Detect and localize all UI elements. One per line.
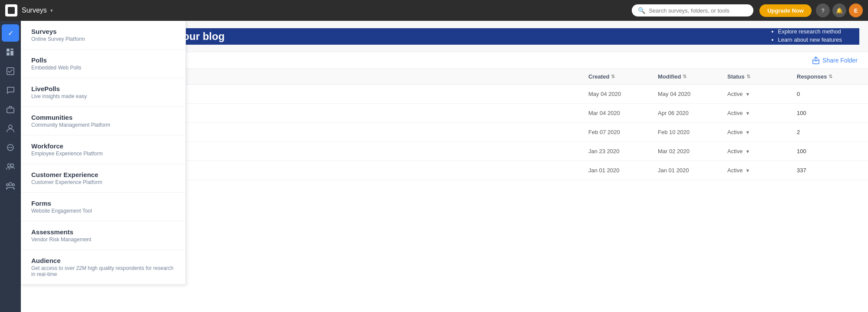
created-2: Feb 07 2020 (588, 129, 658, 135)
logo[interactable] (5, 4, 17, 16)
modified-2: Feb 10 2020 (658, 129, 727, 135)
sidebar-item-person[interactable] (2, 120, 19, 137)
avatar-button[interactable]: E (849, 3, 863, 17)
created-4: Jan 01 2020 (588, 167, 658, 174)
col-modified[interactable]: Modified ⇅ (658, 73, 727, 80)
share-folder-button[interactable]: Share Folder (812, 56, 858, 64)
svg-point-6 (9, 125, 12, 128)
dropdown-forms-subtitle: Website Engagement Tool (31, 208, 175, 214)
status-dropdown-4[interactable]: ▼ (745, 168, 750, 173)
dropdown-assessments-title: Assessments (31, 228, 175, 236)
dropdown-surveys-title: Surveys (31, 28, 175, 35)
sort-modified-icon: ⇅ (683, 74, 686, 79)
dropdown-item-livepolls[interactable]: LivePolls Live insights made easy (21, 78, 185, 107)
dropdown-audience-title: Audience (31, 257, 175, 264)
logo-inner (8, 7, 15, 14)
status-2: Active ▼ (727, 129, 797, 135)
sidebar-item-check[interactable] (2, 62, 19, 80)
responses-1: 100 (797, 110, 858, 116)
header-icons: ? 🔔 E (816, 3, 863, 17)
dropdown-cx-title: Customer Experience (31, 171, 175, 178)
dropdown-item-audience[interactable]: Audience Get access to over 22M high qua… (21, 250, 185, 284)
caret-icon: ▼ (50, 8, 54, 13)
dropdown-polls-title: Polls (31, 56, 175, 64)
app-name-dropdown[interactable]: Surveys ▼ (22, 7, 54, 14)
search-input[interactable] (649, 7, 747, 14)
dropdown-communities-subtitle: Community Management Platform (31, 122, 175, 128)
created-1: Mar 04 2020 (588, 110, 658, 116)
sort-created-icon: ⇅ (611, 74, 615, 79)
dropdown-item-cx[interactable]: Customer Experience Customer Experience … (21, 164, 185, 193)
sort-status-icon: ⇅ (746, 74, 750, 79)
dropdown-item-communities[interactable]: Communities Community Management Platfor… (21, 107, 185, 135)
svg-point-8 (8, 164, 11, 167)
dropdown-assessments-subtitle: Vendor Risk Management (31, 236, 175, 243)
dropdown-item-assessments[interactable]: Assessments Vendor Risk Management (21, 221, 185, 250)
dropdown-item-forms[interactable]: Forms Website Engagement Tool (21, 193, 185, 221)
search-bar: 🔍 (632, 4, 753, 16)
top-header: Surveys ▼ 🔍 Upgrade Now ? 🔔 E (0, 0, 868, 21)
dropdown-workforce-subtitle: Employee Experience Platform (31, 151, 175, 157)
sidebar-item-chat[interactable] (2, 82, 19, 99)
created-0: May 04 2020 (588, 91, 658, 97)
svg-rect-1 (10, 49, 13, 50)
dropdown-item-surveys[interactable]: Surveys Online Survey Platform (21, 21, 185, 49)
modified-0: May 04 2020 (658, 91, 727, 97)
blog-banner-list: Explore research method Learn about new … (771, 28, 842, 45)
upgrade-button[interactable]: Upgrade Now (759, 4, 812, 17)
svg-rect-5 (7, 108, 14, 113)
dropdown-workforce-title: Workforce (31, 142, 175, 150)
status-dropdown-2[interactable]: ▼ (745, 130, 750, 135)
app-name-label: Surveys (22, 7, 47, 14)
share-folder-label: Share Folder (822, 57, 858, 64)
search-icon: 🔍 (638, 7, 645, 14)
status-1: Active ▼ (727, 110, 797, 116)
sidebar-item-surveys[interactable]: ✓ (2, 24, 19, 42)
blog-banner[interactable]: Read our blog Explore research method Le… (137, 28, 859, 45)
help-button[interactable]: ? (816, 3, 830, 17)
responses-2: 2 (797, 129, 858, 135)
svg-point-11 (7, 184, 9, 186)
col-status[interactable]: Status ⇅ (727, 73, 797, 80)
sidebar-item-dashboard[interactable] (2, 43, 19, 61)
responses-0: 0 (797, 91, 858, 97)
status-dropdown-3[interactable]: ▼ (745, 149, 750, 154)
dropdown-livepolls-title: LivePolls (31, 85, 175, 92)
dropdown-item-polls[interactable]: Polls Embedded Web Polls (21, 49, 185, 78)
dropdown-polls-subtitle: Embedded Web Polls (31, 65, 175, 71)
blog-bullet-2: Learn about new features (778, 36, 842, 43)
svg-point-10 (9, 183, 12, 186)
dropdown-item-workforce[interactable]: Workforce Employee Experience Platform (21, 135, 185, 164)
dropdown-forms-title: Forms (31, 200, 175, 207)
dropdown-livepolls-subtitle: Live insights made easy (31, 93, 175, 99)
status-4: Active ▼ (727, 167, 797, 174)
sidebar-item-team[interactable] (2, 177, 19, 194)
svg-rect-0 (7, 49, 10, 52)
status-3: Active ▼ (727, 148, 797, 154)
sort-responses-icon: ⇅ (828, 74, 832, 79)
sidebar: ✓ (0, 21, 21, 312)
responses-3: 100 (797, 148, 858, 154)
sidebar-item-briefcase[interactable] (2, 101, 19, 118)
svg-point-9 (11, 164, 14, 167)
col-created[interactable]: Created ⇅ (588, 73, 658, 80)
responses-4: 337 (797, 167, 858, 174)
status-0: Active ▼ (727, 91, 797, 97)
notification-button[interactable]: 🔔 (832, 3, 846, 17)
svg-rect-3 (10, 51, 13, 56)
svg-point-12 (13, 184, 15, 186)
dropdown-cx-subtitle: Customer Experience Platform (31, 179, 175, 185)
dropdown-menu: Surveys Online Survey Platform Polls Emb… (21, 21, 186, 285)
svg-rect-2 (7, 53, 10, 56)
status-dropdown-0[interactable]: ▼ (745, 92, 750, 97)
modified-3: Mar 02 2020 (658, 148, 727, 154)
status-dropdown-1[interactable]: ▼ (745, 111, 750, 116)
col-responses[interactable]: Responses ⇅ (797, 73, 858, 80)
main-layout: ✓ (0, 21, 868, 312)
sidebar-item-message[interactable] (2, 139, 19, 156)
modified-1: Apr 06 2020 (658, 110, 727, 116)
blog-bullet-1: Explore research method (778, 28, 842, 35)
dropdown-communities-title: Communities (31, 114, 175, 121)
modified-4: Jan 01 2020 (658, 167, 727, 174)
sidebar-item-group[interactable] (2, 158, 19, 175)
